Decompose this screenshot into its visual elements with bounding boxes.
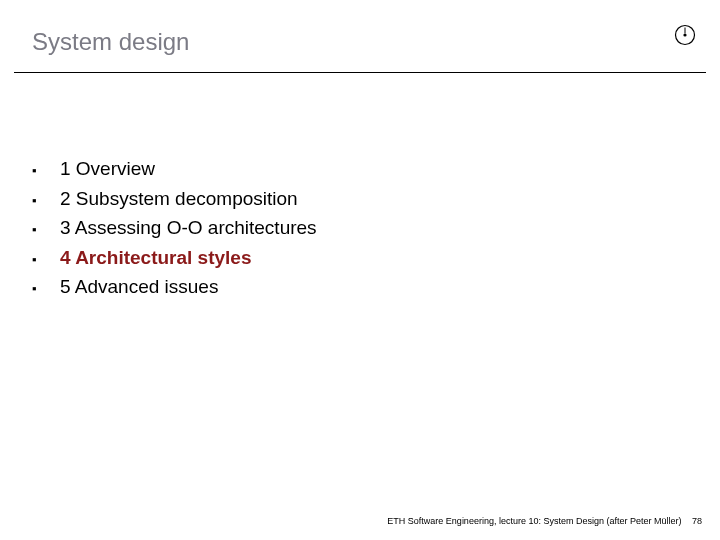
page-number: 78 <box>692 516 702 526</box>
svg-point-1 <box>683 33 686 36</box>
list-item: ▪ 1 Overview <box>32 155 317 184</box>
eth-logo-icon <box>674 24 696 46</box>
bullet-icon: ▪ <box>32 161 60 181</box>
bullet-icon: ▪ <box>32 220 60 240</box>
list-item-text: 3 Assessing O-O architectures <box>60 214 317 243</box>
footer: ETH Software Engineering, lecture 10: Sy… <box>387 516 702 526</box>
list-item: ▪ 2 Subsystem decomposition <box>32 185 317 214</box>
list-item-text: 5 Advanced issues <box>60 273 218 302</box>
list-item-text: 4 Architectural styles <box>60 244 252 273</box>
slide: { "title": "System design", "bullet_glyp… <box>0 0 720 540</box>
list-item: ▪ 5 Advanced issues <box>32 273 317 302</box>
footer-text: ETH Software Engineering, lecture 10: Sy… <box>387 516 681 526</box>
outline-list: ▪ 1 Overview ▪ 2 Subsystem decomposition… <box>32 155 317 303</box>
bullet-icon: ▪ <box>32 191 60 211</box>
list-item-text: 2 Subsystem decomposition <box>60 185 298 214</box>
list-item: ▪ 4 Architectural styles <box>32 244 317 273</box>
header: System design <box>0 20 720 72</box>
bullet-icon: ▪ <box>32 279 60 299</box>
slide-title: System design <box>32 28 189 56</box>
list-item-text: 1 Overview <box>60 155 155 184</box>
list-item: ▪ 3 Assessing O-O architectures <box>32 214 317 243</box>
horizontal-rule <box>14 72 706 73</box>
bullet-icon: ▪ <box>32 250 60 270</box>
